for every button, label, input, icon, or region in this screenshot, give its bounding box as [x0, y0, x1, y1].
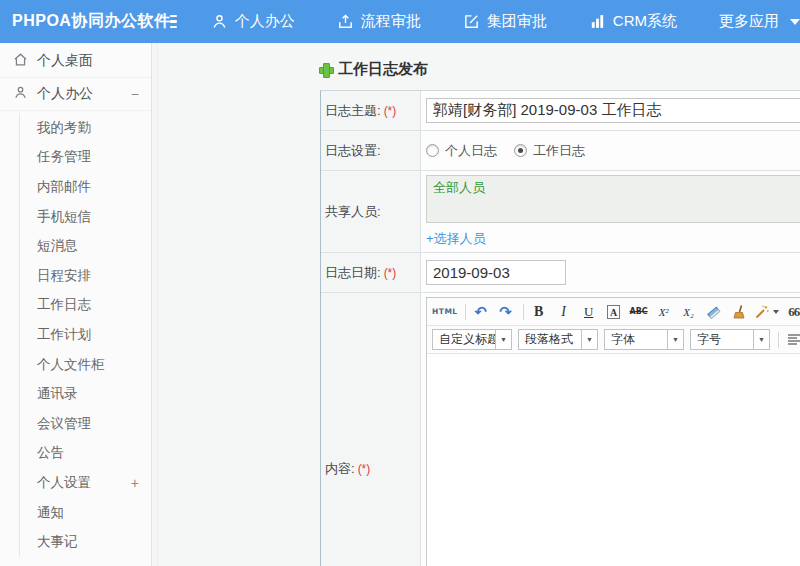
radio-checked-icon[interactable] [514, 144, 527, 157]
main-content: 工作日志发布 日志主题: (*) 日志设置: [158, 43, 800, 566]
menu-toggle-icon[interactable] [170, 15, 176, 29]
caret-down-icon: ▼ [753, 330, 769, 349]
toolbar-separator [465, 304, 466, 320]
sidebar-item-internal-mail[interactable]: 内部邮件 [20, 172, 151, 202]
sidebar-item-sms[interactable]: 手机短信 [20, 202, 151, 232]
editor-content-area[interactable] [427, 354, 800, 566]
share-label: 共享人员: [321, 171, 421, 252]
sidebar-item-meetings[interactable]: 会议管理 [20, 409, 151, 439]
top-nav: 个人办公 流程审批 集团审批 [211, 12, 800, 31]
align-left-icon [787, 333, 800, 346]
bold-button[interactable]: B [529, 302, 549, 322]
required-mark: (*) [358, 462, 371, 476]
required-mark: (*) [384, 104, 397, 118]
html-source-button[interactable]: HTML [432, 302, 458, 322]
sidebar-item-file-cabinet[interactable]: 个人文件柜 [20, 350, 151, 380]
toolbar-separator [778, 332, 779, 348]
subject-input[interactable] [426, 98, 800, 123]
caret-down-icon: ▼ [667, 330, 683, 349]
italic-button[interactable]: I [554, 302, 574, 322]
undo-button[interactable]: ↶ [471, 302, 491, 322]
process-approval-icon [337, 13, 354, 30]
strikethrough-button[interactable]: ABC [629, 302, 649, 322]
sidebar-item-workplan[interactable]: 工作计划 [20, 320, 151, 350]
rich-text-editor: HTML ↶ ↷ B I U A ABC X² [426, 297, 800, 566]
radio-personal-log[interactable]: 个人日志 [426, 142, 497, 160]
share-people-box[interactable]: 全部人员 [426, 175, 800, 223]
eraser-icon [706, 304, 722, 320]
subject-label: 日志主题: (*) [321, 91, 421, 130]
top-header: PHPOA协同办公软件 个人办公 流程审批 [0, 0, 800, 43]
eraser-button[interactable] [704, 302, 724, 322]
select-people-link[interactable]: +选择人员 [426, 230, 486, 248]
sidebar-item-major-events[interactable]: 大事记 [20, 527, 151, 557]
text-style-button[interactable]: A [604, 302, 624, 322]
magic-wand-icon [754, 304, 770, 320]
radio-work-log[interactable]: 工作日志 [514, 142, 585, 160]
sidebar-item-attendance[interactable]: 我的考勤 [20, 113, 151, 143]
nav-process-approval[interactable]: 流程审批 [337, 12, 421, 31]
editor-toolbar-bottom: 自定义标题 ▼ 段落格式 ▼ 字体 ▼ [427, 326, 800, 354]
form-row-date: 日志日期: (*) [321, 253, 800, 293]
form-row-settings: 日志设置: 个人日志 工作日志 [321, 131, 800, 171]
subscript-button[interactable]: X₂ [679, 302, 699, 322]
nav-more-apps[interactable]: 更多应用 [719, 12, 800, 31]
blockquote-button[interactable]: 66 [784, 302, 800, 322]
collapse-icon[interactable]: − [131, 87, 139, 101]
auto-typeset-button[interactable] [754, 302, 779, 322]
form-row-content: 内容: (*) HTML ↶ ↷ B I [321, 293, 800, 566]
sidebar-item-contacts[interactable]: 通讯录 [20, 379, 151, 409]
custom-title-select[interactable]: 自定义标题 ▼ [432, 329, 512, 350]
sidebar-item-announcements[interactable]: 公告 [20, 439, 151, 469]
sidebar-item-notices[interactable]: 通知 [20, 498, 151, 528]
content-label: 内容: (*) [321, 293, 421, 566]
caret-down-icon: ▼ [495, 330, 511, 349]
align-left-button[interactable] [784, 330, 800, 350]
form-row-subject: 日志主题: (*) [321, 91, 800, 131]
home-icon [13, 52, 28, 70]
sidebar-submenu: 我的考勤 任务管理 内部邮件 手机短信 短消息 日程安排 工作日志 工作计划 个… [19, 113, 151, 557]
redo-button[interactable]: ↷ [496, 302, 516, 322]
user-icon [211, 13, 228, 30]
edit-approval-icon [463, 13, 480, 30]
editor-toolbar-top: HTML ↶ ↷ B I U A ABC X² [427, 298, 800, 326]
caret-down-icon [773, 310, 779, 314]
date-label: 日志日期: (*) [321, 253, 421, 292]
sidebar-item-messages[interactable]: 短消息 [20, 231, 151, 261]
font-family-select[interactable]: 字体 ▼ [604, 329, 684, 350]
nav-crm[interactable]: CRM系统 [589, 12, 677, 31]
caret-down-icon [790, 19, 800, 25]
nav-personal-office[interactable]: 个人办公 [211, 12, 295, 31]
underline-button[interactable]: U [579, 302, 599, 322]
superscript-button[interactable]: X² [654, 302, 674, 322]
sidebar-item-desktop[interactable]: 个人桌面 [0, 45, 151, 78]
sidebar-item-tasks[interactable]: 任务管理 [20, 143, 151, 173]
date-input[interactable] [426, 260, 566, 285]
expand-icon[interactable]: + [131, 476, 139, 490]
form-row-share: 共享人员: 全部人员 +选择人员 [321, 171, 800, 253]
app-window: PHPOA协同办公软件 个人办公 流程审批 [0, 0, 800, 566]
sidebar-item-worklog[interactable]: 工作日志 [20, 291, 151, 321]
paragraph-format-select[interactable]: 段落格式 ▼ [518, 329, 598, 350]
toolbar-separator [523, 304, 524, 320]
app-title: PHPOA协同办公软件 [0, 11, 170, 32]
add-icon [318, 62, 333, 77]
page-title-row: 工作日志发布 [158, 43, 800, 82]
required-mark: (*) [384, 266, 397, 280]
page-title: 工作日志发布 [338, 60, 428, 79]
caret-down-icon: ▼ [581, 330, 597, 349]
settings-label: 日志设置: [321, 131, 421, 170]
nav-group-approval[interactable]: 集团审批 [463, 12, 547, 31]
format-brush-button[interactable] [729, 302, 749, 322]
font-size-select[interactable]: 字号 ▼ [690, 329, 770, 350]
user-icon [13, 85, 28, 103]
bar-chart-icon [589, 13, 606, 30]
radio-unchecked-icon[interactable] [426, 144, 439, 157]
sidebar-item-personal-settings[interactable]: 个人设置 + [20, 468, 151, 498]
sidebar-item-schedule[interactable]: 日程安排 [20, 261, 151, 291]
broom-icon [731, 304, 747, 320]
sidebar: 个人桌面 个人办公 − 我的考勤 任务管理 内部邮件 手机短信 短消息 日程安排… [0, 43, 152, 566]
sidebar-item-office[interactable]: 个人办公 − [0, 78, 151, 111]
worklog-form: 日志主题: (*) 日志设置: 个人日志 [320, 90, 800, 566]
